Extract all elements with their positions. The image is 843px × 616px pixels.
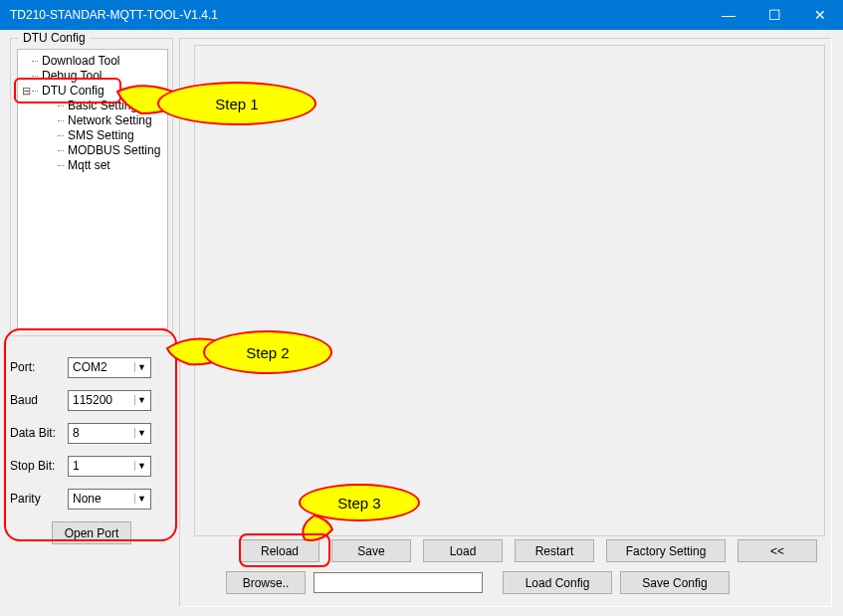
- close-button[interactable]: ✕: [797, 0, 843, 30]
- baud-select[interactable]: 115200 ▼: [68, 390, 151, 411]
- load-button[interactable]: Load: [423, 539, 503, 562]
- tree-item-mqtt-set[interactable]: Mqtt set: [22, 158, 163, 173]
- save-config-button[interactable]: Save Config: [620, 571, 730, 594]
- tree-item-debug-tool[interactable]: Debug Tool: [22, 69, 163, 84]
- baud-label: Baud: [10, 393, 68, 407]
- save-button[interactable]: Save: [331, 539, 411, 562]
- baud-value: 115200: [73, 393, 112, 407]
- port-label: Port:: [10, 360, 68, 374]
- tree-item-dtu-config[interactable]: DTU Config: [22, 84, 163, 99]
- open-port-button[interactable]: Open Port: [52, 521, 131, 544]
- minimize-button[interactable]: —: [706, 0, 751, 30]
- databit-select[interactable]: 8 ▼: [68, 423, 151, 444]
- reload-button[interactable]: Reload: [240, 539, 319, 562]
- parity-select[interactable]: None ▼: [68, 489, 151, 510]
- chevron-down-icon: ▼: [134, 494, 148, 504]
- parity-value: None: [73, 492, 102, 506]
- back-button[interactable]: <<: [738, 539, 817, 562]
- chevron-down-icon: ▼: [134, 461, 148, 471]
- tree-view[interactable]: Download Tool Debug Tool DTU Config Basi…: [17, 49, 168, 329]
- tree-group-label: DTU Config: [19, 31, 90, 45]
- maximize-button[interactable]: ☐: [751, 0, 797, 30]
- factory-setting-button[interactable]: Factory Setting: [606, 539, 726, 562]
- chevron-down-icon: ▼: [134, 362, 148, 372]
- stopbit-value: 1: [73, 459, 80, 473]
- left-panel: DTU Config Download Tool Debug Tool DTU …: [10, 38, 173, 607]
- path-input[interactable]: [314, 572, 483, 593]
- tree-item-sms-setting[interactable]: SMS Setting: [22, 128, 163, 143]
- port-value: COM2: [73, 360, 107, 374]
- load-config-button[interactable]: Load Config: [503, 571, 612, 594]
- parity-label: Parity: [10, 492, 68, 506]
- stopbit-label: Stop Bit:: [10, 459, 68, 473]
- window-title: TD210-STANDAR-MQTT-TOOL-V1.4.1: [10, 8, 218, 22]
- right-panel: Reload Save Load Restart Factory Setting…: [179, 38, 832, 607]
- browse-button[interactable]: Browse..: [226, 571, 306, 594]
- chevron-down-icon: ▼: [134, 428, 148, 438]
- tree-item-download-tool[interactable]: Download Tool: [22, 54, 163, 69]
- port-settings: Port: COM2 ▼ Baud 115200 ▼ Data Bit: 8 ▼: [10, 354, 173, 544]
- content-frame: [194, 45, 825, 536]
- tree-groupbox: DTU Config Download Tool Debug Tool DTU …: [10, 38, 173, 336]
- databit-label: Data Bit:: [10, 426, 68, 440]
- chevron-down-icon: ▼: [134, 395, 148, 405]
- tree-item-basic-setting[interactable]: Basic Setting: [22, 99, 163, 113]
- databit-value: 8: [73, 426, 80, 440]
- tree-item-modbus-setting[interactable]: MODBUS Setting: [22, 143, 163, 158]
- stopbit-select[interactable]: 1 ▼: [68, 456, 151, 477]
- tree-item-network-setting[interactable]: Network Setting: [22, 113, 163, 128]
- port-select[interactable]: COM2 ▼: [68, 357, 151, 378]
- titlebar: TD210-STANDAR-MQTT-TOOL-V1.4.1 — ☐ ✕: [0, 0, 843, 30]
- restart-button[interactable]: Restart: [515, 539, 594, 562]
